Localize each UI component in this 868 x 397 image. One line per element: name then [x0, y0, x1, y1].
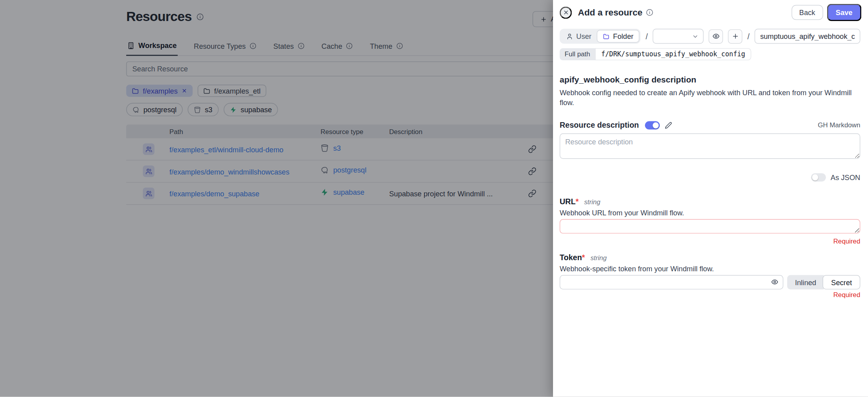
view-folder-button[interactable]	[709, 29, 723, 43]
token-required-error: Required	[560, 291, 860, 299]
path-separator: /	[747, 32, 749, 40]
as-json-row: As JSON	[560, 173, 860, 182]
owner-kind-folder[interactable]: Folder	[597, 30, 639, 42]
description-textarea[interactable]	[560, 133, 860, 159]
app-root: Resources Add Workspace Resource Types S…	[0, 0, 868, 397]
info-icon[interactable]	[646, 9, 653, 16]
drawer-header: Add a resource Back Save	[553, 0, 868, 24]
drawer-body: apify_webhook_config description Webhook…	[553, 75, 868, 299]
description-label: Resource description	[560, 121, 639, 129]
token-field-type: string	[590, 254, 607, 262]
token-field-label: Token	[560, 253, 582, 262]
back-button[interactable]: Back	[791, 5, 823, 20]
save-button[interactable]: Save	[827, 4, 861, 21]
pencil-icon[interactable]	[665, 121, 672, 128]
url-field-type: string	[584, 198, 600, 206]
token-field-help: Webhook-specific token from your Windmil…	[560, 265, 860, 273]
eye-icon	[712, 33, 719, 40]
user-icon	[566, 33, 573, 40]
token-storage-secret[interactable]: Secret	[823, 275, 860, 290]
chevron-down-icon	[692, 33, 699, 40]
full-path-label: Full path	[560, 48, 595, 60]
eye-icon[interactable]	[771, 278, 778, 286]
token-input[interactable]	[560, 275, 784, 290]
token-storage-toggle: Inlined Secret	[787, 275, 860, 290]
required-asterisk: *	[582, 253, 585, 262]
description-header-row: Resource description GH Markdown	[560, 121, 860, 129]
owner-kind-user[interactable]: User	[561, 30, 597, 42]
path-section: User Folder / /	[553, 24, 868, 60]
url-required-error: Required	[560, 238, 860, 245]
url-field-label: URL	[560, 197, 576, 206]
folder-icon	[603, 33, 610, 40]
owner-kind-toggle: User Folder	[560, 29, 641, 44]
plus-icon	[732, 33, 739, 40]
token-storage-inlined[interactable]: Inlined	[787, 275, 824, 290]
required-asterisk: *	[576, 197, 579, 206]
path-separator: /	[645, 32, 647, 40]
full-path-value: f/DRK/sumptuous_apify_webhook_config	[595, 48, 751, 60]
schema-heading: apify_webhook_config description	[560, 75, 860, 84]
url-field-help: Webhook URL from your Windmill flow.	[560, 209, 860, 217]
as-json-label: As JSON	[831, 173, 860, 182]
markdown-hint: GH Markdown	[818, 121, 860, 129]
field-url: URL* string Webhook URL from your Windmi…	[560, 197, 860, 245]
field-token: Token* string Webhook-specific token fro…	[560, 253, 860, 299]
new-folder-button[interactable]	[728, 29, 742, 43]
url-input[interactable]	[560, 219, 860, 234]
schema-description: Webhook config needed to create an Apify…	[560, 88, 860, 107]
close-icon[interactable]	[560, 6, 572, 19]
resource-name-input[interactable]	[755, 29, 860, 44]
drawer-title: Add a resource	[578, 8, 643, 17]
add-resource-drawer: Add a resource Back Save User Folder	[553, 0, 868, 397]
folder-select[interactable]	[653, 29, 703, 44]
as-json-toggle[interactable]	[811, 173, 826, 182]
description-toggle[interactable]	[645, 121, 660, 129]
full-path-row: Full path f/DRK/sumptuous_apify_webhook_…	[560, 48, 860, 60]
